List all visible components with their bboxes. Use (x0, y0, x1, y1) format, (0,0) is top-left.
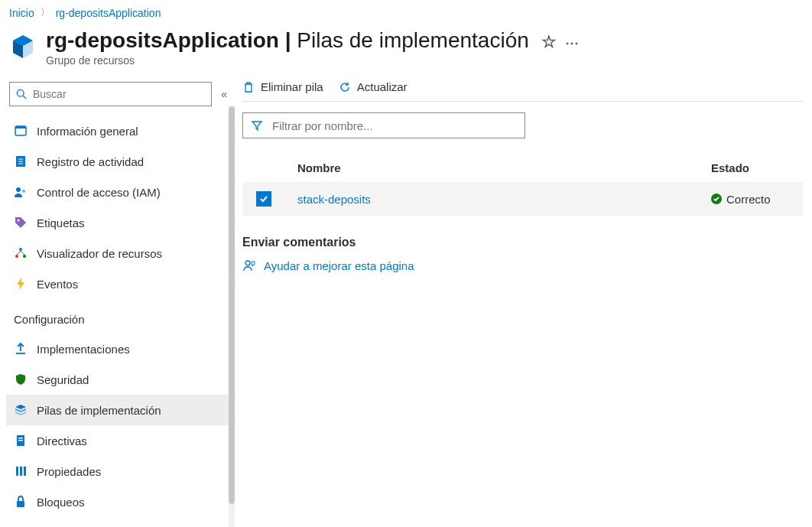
sidebar-item-activity-log[interactable]: Registro de actividad (6, 146, 233, 177)
svg-point-25 (245, 261, 250, 265)
sidebar-item-label: Propiedades (37, 465, 101, 478)
svg-point-9 (22, 190, 25, 193)
breadcrumb-current[interactable]: rg-depositsApplication (56, 7, 161, 19)
sidebar-section-config: Configuración (6, 299, 233, 333)
table-header: Nombre Estado (242, 154, 803, 182)
feedback-section: Enviar comentarios Ayudar a mejorar esta… (242, 236, 803, 272)
sidebar-item-label: Implementaciones (37, 343, 130, 356)
overview-icon (14, 124, 28, 138)
props-icon (14, 464, 28, 478)
sidebar-item-iam[interactable]: Control de acceso (IAM) (6, 177, 233, 207)
col-name[interactable]: Nombre (297, 161, 711, 174)
svg-line-15 (21, 251, 24, 255)
svg-line-14 (17, 251, 21, 255)
sidebar-item-deployment-stacks[interactable]: Pilas de implementación (6, 395, 233, 425)
page-header: rg-depositsApplication | Pilas de implem… (0, 25, 812, 76)
filter-icon (251, 119, 263, 132)
visualizer-icon (14, 246, 28, 260)
sidebar-item-label: Eventos (37, 278, 78, 291)
success-icon (711, 194, 722, 204)
sidebar-item-security[interactable]: Seguridad (6, 364, 233, 395)
row-checkbox[interactable] (256, 191, 271, 207)
delete-stack-button[interactable]: Eliminar pila (242, 80, 323, 93)
sidebar-item-locks[interactable]: Bloqueos (6, 486, 233, 517)
shield-icon (14, 372, 28, 386)
log-icon (14, 155, 28, 168)
sidebar-item-properties[interactable]: Propiedades (6, 456, 233, 486)
sidebar-item-label: Directivas (37, 434, 87, 447)
events-icon (14, 277, 28, 291)
favorite-icon[interactable]: ☆ (541, 32, 557, 51)
refresh-icon (339, 81, 351, 93)
refresh-button[interactable]: Actualizar (339, 80, 408, 93)
sidebar-item-label: Control de acceso (IAM) (37, 186, 161, 199)
sidebar-item-policies[interactable]: Directivas (6, 425, 233, 456)
feedback-link[interactable]: Ayudar a mejorar esta página (242, 259, 803, 272)
sidebar-item-label: Registro de actividad (37, 155, 144, 168)
lock-icon (14, 495, 28, 509)
feedback-title: Enviar comentarios (242, 236, 803, 249)
sidebar-menu: Información general Registro de activida… (6, 115, 233, 299)
person-feedback-icon (242, 259, 256, 272)
sidebar-item-visualizer[interactable]: Visualizador de recursos (6, 238, 233, 268)
sidebar-item-label: Etiquetas (37, 216, 85, 229)
policy-icon (14, 434, 28, 447)
search-icon (16, 89, 27, 99)
svg-rect-22 (24, 467, 26, 476)
sidebar-scrollbar[interactable] (229, 106, 235, 527)
svg-point-10 (18, 220, 20, 222)
sidebar-item-label: Bloqueos (37, 496, 85, 509)
sidebar-item-label: Información general (37, 125, 138, 138)
filter-input[interactable] (272, 119, 517, 132)
stack-name-link[interactable]: stack-deposits (297, 193, 371, 206)
stack-icon (14, 403, 28, 417)
svg-point-0 (17, 89, 24, 96)
breadcrumb-home[interactable]: Inicio (9, 7, 34, 19)
trash-icon (242, 81, 255, 93)
sidebar-item-label: Seguridad (37, 373, 89, 386)
tags-icon (14, 216, 28, 229)
more-icon[interactable]: ⋯ (565, 35, 579, 50)
svg-rect-19 (18, 440, 23, 441)
svg-point-11 (19, 248, 22, 251)
svg-rect-18 (18, 438, 23, 439)
chevron-right-icon: 〉 (41, 6, 50, 19)
sidebar-item-overview[interactable]: Información general (6, 115, 233, 146)
table-row[interactable]: stack-deposits Correcto (242, 182, 803, 216)
iam-icon (14, 185, 28, 199)
collapse-sidebar-icon[interactable]: « (218, 85, 230, 103)
svg-point-12 (15, 255, 18, 258)
svg-rect-21 (20, 467, 22, 476)
sidebar-item-events[interactable]: Eventos (6, 268, 233, 299)
svg-rect-23 (17, 501, 24, 507)
svg-point-13 (23, 255, 26, 258)
svg-line-1 (23, 96, 26, 99)
sidebar-item-label: Visualizador de recursos (37, 247, 162, 260)
resource-group-icon (9, 33, 37, 60)
svg-point-8 (16, 187, 21, 192)
sidebar-item-deployments[interactable]: Implementaciones (6, 333, 233, 364)
sidebar: « Información general Registro de activi… (0, 76, 233, 523)
resource-type-label: Grupo de recursos (46, 54, 579, 67)
main-content: Eliminar pila Actualizar Nombre Estado s… (233, 76, 812, 523)
status-text: Correcto (726, 193, 771, 206)
svg-rect-3 (15, 126, 26, 128)
deploy-icon (14, 342, 28, 356)
sidebar-item-tags[interactable]: Etiquetas (6, 207, 233, 238)
sidebar-item-label: Pilas de implementación (37, 404, 161, 417)
breadcrumb: Inicio 〉 rg-depositsApplication (0, 0, 812, 25)
col-status[interactable]: Estado (711, 161, 803, 174)
page-title: rg-depositsApplication | Pilas de implem… (46, 28, 579, 53)
sidebar-search[interactable] (9, 82, 212, 106)
toolbar: Eliminar pila Actualizar (242, 76, 803, 102)
svg-rect-20 (16, 467, 18, 476)
sidebar-config-menu: Implementaciones Seguridad Pilas de impl… (6, 333, 233, 517)
filter-box[interactable] (242, 112, 525, 138)
search-input[interactable] (33, 88, 205, 100)
